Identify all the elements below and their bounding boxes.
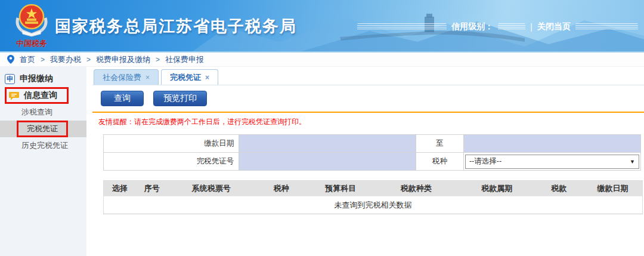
certificate-no-label: 完税凭证号 (104, 153, 239, 171)
tab-close-icon[interactable]: × (205, 73, 209, 82)
results-table: 选择 序号 系统税票号 税种 预算科目 税款种类 税款属期 税款 缴款日期 未查… (103, 180, 643, 214)
breadcrumb-separator: > (156, 55, 160, 64)
decorative-lines (498, 23, 525, 30)
location-pin-icon (7, 55, 14, 64)
breadcrumb: 首页 > 我要办税 > 税费申报及缴纳 > 社保费申报 (0, 53, 644, 67)
breadcrumb-shebaofei[interactable]: 社保费申报 (165, 54, 204, 65)
breadcrumb-woyaobanshui[interactable]: 我要办税 (50, 54, 81, 65)
sidebar-item-declare-pay[interactable]: 申 申报缴纳 (0, 70, 86, 87)
sidebar-item-label: 信息查询 (24, 90, 57, 101)
breadcrumb-separator: > (41, 55, 45, 64)
declare-icon: 申 (5, 74, 15, 84)
tax-type-selected-value: --请选择-- (469, 156, 501, 166)
col-tax-category: 税款种类 (373, 181, 459, 196)
col-tax-amount: 税款 (535, 181, 583, 196)
tax-type-select[interactable]: --请选择-- ▼ (465, 155, 639, 169)
header-divider: | (530, 22, 532, 32)
site-title: 国家税务总局江苏省电子税务局 (55, 16, 297, 37)
dropdown-arrow-icon: ▼ (630, 159, 635, 165)
annotation-box: 完税凭证 (17, 121, 68, 137)
certificate-no-cell (239, 153, 416, 171)
breadcrumb-shuifeishenbao[interactable]: 税费申报及缴纳 (96, 54, 150, 65)
payment-date-end-cell (463, 135, 640, 153)
decorative-lines (575, 23, 638, 30)
tax-type-cell: --请选择-- ▼ (463, 153, 640, 171)
payment-date-start-input[interactable] (239, 135, 416, 152)
tab-bar: 社会保险费 × 完税凭证 × (92, 67, 644, 85)
sidebar: 申 申报缴纳 信息查询 涉税查询 完税凭证 历 (0, 67, 86, 256)
results-header-row: 选择 序号 系统税票号 税种 预算科目 税款种类 税款属期 税款 缴款日期 (104, 181, 643, 196)
sidebar-item-info-query[interactable]: 信息查询 (0, 87, 86, 104)
sidebar-item-tax-payment-certificate[interactable]: 完税凭证 (0, 121, 86, 137)
annotation-box: 信息查询 (5, 87, 69, 104)
site-header: 中国税务 国家税务总局江苏省电子税务局 信用级别： | 关闭当页 (0, 0, 644, 53)
decorative-lines (357, 23, 447, 30)
payment-date-start-cell (239, 135, 416, 153)
close-page-button[interactable]: 关闭当页 (537, 21, 571, 32)
credit-level-label: 信用级别： (451, 21, 493, 32)
logo-caption: 中国税务 (8, 38, 56, 49)
query-button[interactable]: 查询 (101, 91, 144, 106)
col-select: 选择 (104, 181, 136, 196)
tab-close-icon[interactable]: × (145, 73, 150, 82)
tab-tax-certificate[interactable]: 完税凭证 × (161, 69, 218, 85)
tax-logo: 中国税务 (8, 2, 55, 49)
tab-social-insurance[interactable]: 社会保险费 × (94, 69, 159, 85)
empty-state-row: 未查询到完税相关数据 (104, 196, 643, 214)
certificate-no-input[interactable] (239, 153, 416, 170)
payment-date-end-input[interactable] (464, 135, 640, 152)
col-payment-date: 缴款日期 (583, 181, 643, 196)
breadcrumb-home[interactable]: 首页 (20, 54, 35, 65)
empty-state-text: 未查询到完税相关数据 (104, 196, 643, 214)
tax-type-label: 税种 (416, 153, 464, 171)
col-serial: 序号 (136, 181, 168, 196)
date-to-label: 至 (416, 135, 464, 153)
toolbar: 查询 预览打印 (92, 85, 644, 113)
breadcrumb-separator: > (86, 55, 91, 64)
app-window: 中国税务 国家税务总局江苏省电子税务局 信用级别： | 关闭当页 首页 > 我要… (0, 0, 644, 256)
payment-date-label: 缴款日期 (104, 135, 239, 153)
sidebar-item-tax-related-query[interactable]: 涉税查询 (0, 104, 86, 121)
sidebar-item-label: 申报缴纳 (20, 73, 53, 84)
col-budget-subject: 预算科目 (308, 181, 373, 196)
col-tax-type: 税种 (255, 181, 308, 196)
col-tax-period: 税款属期 (459, 181, 535, 196)
chat-bubble-icon (9, 91, 19, 100)
main-content: 社会保险费 × 完税凭证 × 查询 预览打印 友情提醒：请在完成缴费两个工作日后… (86, 67, 644, 256)
sidebar-item-history-certificate[interactable]: 历史完税凭证 (0, 137, 86, 154)
preview-print-button[interactable]: 预览打印 (153, 91, 207, 106)
friendly-reminder-text: 友情提醒：请在完成缴费两个工作日后，进行完税凭证查询打印。 (92, 113, 644, 128)
query-form: 缴款日期 至 完税凭证号 税种 (103, 134, 641, 171)
col-ticket-no: 系统税票号 (168, 181, 255, 196)
tax-emblem-icon (13, 2, 50, 37)
